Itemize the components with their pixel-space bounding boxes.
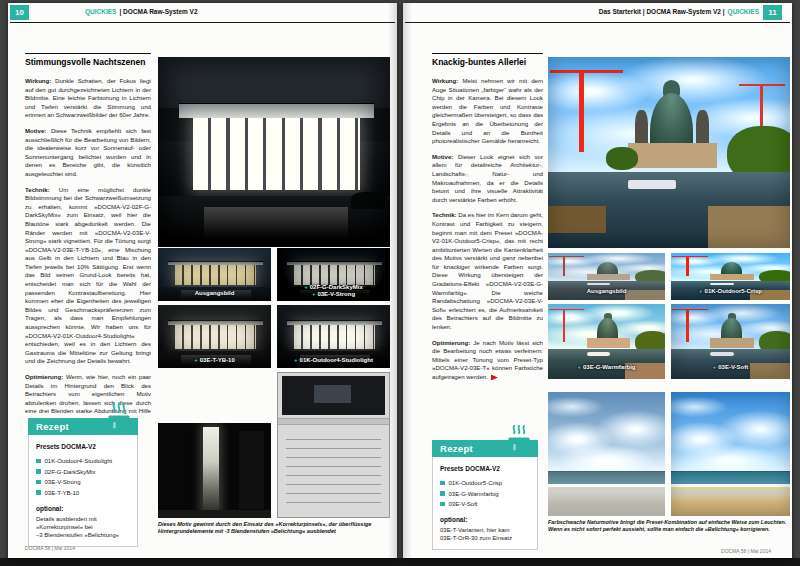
article-body: Wirkung: Meist nehmen wir mit dem Auge S…	[432, 77, 543, 433]
photo-variant-yb10: +03E-T-YB-10	[158, 305, 271, 368]
image-caption: Dieses Motiv gewinnt durch den Einsatz d…	[158, 521, 390, 536]
photo-label-text: 03E-V-Strong	[317, 291, 355, 297]
paragraph-motive: Motive: Dieser Look eignet sich vor alle…	[432, 153, 543, 205]
bullet-square-icon	[36, 490, 41, 495]
photo-label: +02F-G-DarkSkyMix	[277, 284, 390, 291]
cooking-pot-icon	[504, 425, 534, 462]
desk-shadow	[0, 558, 800, 566]
photo-variant-soft: +03E-V-Soft	[671, 304, 790, 379]
photo-label: +03E-V-Soft	[671, 364, 790, 370]
photo-label: +03E-T-YB-10	[158, 357, 271, 363]
header-title: Das Starterkit | DOCMA Raw-System V2 |	[599, 8, 725, 15]
photo-label-text: 03E-T-YB-10	[200, 357, 235, 363]
shadow-structure-layer	[239, 431, 264, 509]
paragraph-text: Da es hier im Kern darum geht, Kontrast …	[432, 211, 543, 330]
crane-jib-shape	[549, 309, 584, 310]
recipe-item: 01K-Outdoor5-Crisp	[440, 480, 530, 486]
paragraph-label: Motive:	[432, 153, 453, 160]
paragraph-label: Wirkung:	[25, 77, 51, 84]
crane-jib-shape	[672, 256, 708, 257]
bullet-square-icon	[36, 469, 41, 474]
recipe-item-list: 01K-Outdoor5-Crisp 03E-G-Warmfarbig 03E-…	[440, 480, 530, 507]
plus-icon: +	[294, 357, 298, 363]
photo-label: Ausgangsbild	[158, 290, 271, 296]
recipe-box: Rezept Presets DOCMA-V2 01K-Outdoor5-Cri…	[432, 440, 538, 550]
gutter-shadow	[403, 3, 412, 558]
page-number-badge: 10	[10, 5, 29, 20]
header-rule	[10, 22, 395, 23]
header-section-label: QUICKIES	[728, 8, 759, 15]
thumbnail-highlight	[314, 385, 352, 404]
article-headline: Stimmungsvolle Nachtszenen	[25, 53, 151, 67]
recipe-item-label: 01K-Outdoor5-Crisp	[449, 480, 503, 486]
photo-label-text: Ausgangsbild	[587, 288, 627, 294]
bullet-square-icon	[440, 502, 445, 507]
recipe-item-list: 01K-Outdoor4-Studiolight 02F-G-DarkSkyMi…	[36, 458, 130, 496]
wet-sand-reflection-layer	[548, 490, 665, 502]
plus-icon: +	[194, 357, 198, 363]
photo-variant-outdoor4: +01K-Outdoor4-Studiolight	[277, 305, 390, 368]
building-facade-layer	[587, 338, 630, 348]
plus-icon: +	[312, 291, 316, 297]
software-panel-screenshot	[277, 372, 390, 518]
photo-main-berlin-scene	[548, 57, 790, 248]
photo-beach-after	[671, 392, 790, 516]
paragraph-text: Meist nehmen wir mit dem Auge Situatione…	[432, 77, 543, 144]
photo-label: +01K-Outdoor4-Studiolight	[277, 357, 390, 363]
recipe-item-label: 01K-Outdoor4-Studiolight	[45, 458, 113, 464]
floor-layer	[158, 510, 271, 518]
boat-shape	[587, 352, 610, 355]
running-header: QUICKIES| DOCMA Raw-System V2	[85, 8, 198, 15]
paragraph-text: Dieser Look eignet sich vor allem für de…	[432, 153, 543, 203]
photo-label-text: 03E-G-Warmfarbig	[583, 364, 635, 370]
article-headline: Knackig-buntes Allerlei	[432, 53, 543, 67]
vignette-layer	[548, 57, 790, 248]
photo-label-text: 01K-Outdoor4-Studiolight	[300, 357, 373, 363]
beach-scene	[548, 392, 665, 516]
recipe-item: 03E-T-YB-10	[36, 490, 130, 496]
recipe-item-label: 03E-G-Warmfarbig	[449, 491, 499, 497]
photo-label: +03E-G-Warmfarbig	[548, 364, 665, 370]
berlin-scene	[548, 57, 790, 248]
plus-icon: +	[699, 288, 703, 294]
photo-label-text: Ausgangsbild	[195, 290, 235, 296]
photo-variant-ausgangsbild: Ausgangsbild	[158, 248, 271, 301]
crane-mast-shape	[686, 256, 688, 276]
photo-dark-detail	[158, 423, 271, 518]
article-body: Wirkung: Dunkle Schatten, der Fokus lieg…	[25, 77, 151, 417]
recipe-title: Rezept	[36, 421, 69, 432]
recipe-item: 03E-G-Warmfarbig	[440, 491, 530, 497]
photo-main-night-scene	[158, 57, 390, 247]
vignette-layer	[158, 57, 390, 247]
paragraph-label: Optimierung:	[25, 373, 63, 380]
crane-mast-shape	[563, 256, 565, 276]
lit-column-layer	[203, 427, 219, 513]
recipe-item: 03E-V-Soft	[440, 501, 530, 507]
image-caption: Farbschwache Naturmotive bringt die Pres…	[548, 519, 790, 534]
running-header: Das Starterkit | DOCMA Raw-System V2 |QU…	[599, 8, 759, 15]
recipe-optional-line: 03E-T-Varianten, hier kam	[440, 526, 530, 534]
paragraph-technik: Technik: Da es hier im Kern darum geht, …	[432, 211, 543, 331]
header-rule	[405, 22, 790, 23]
paragraph-label: Technik:	[432, 211, 457, 218]
panel-scene	[278, 373, 389, 517]
paragraph-label: Technik:	[25, 186, 50, 193]
paragraph-wirkung: Wirkung: Dunkle Schatten, der Fokus lieg…	[25, 77, 151, 120]
magazine-spread: 10 QUICKIES| DOCMA Raw-System V2 Stimmun…	[0, 0, 800, 566]
recipe-item-label: 03E-V-Strong	[45, 479, 81, 485]
paragraph-optimierung: Optimierung: Je nach Motiv lässt sich di…	[432, 339, 543, 382]
recipe-subtitle: Presets DOCMA-V2	[36, 443, 130, 450]
recipe-item: 02F-G-DarkSkyMix	[36, 469, 130, 475]
recipe-optional-line: 03E-T-OrR-30 zum Einsatz	[440, 534, 530, 542]
photo-label: +03E-V-Strong	[277, 291, 390, 298]
paragraph-text: Diese Technik empfiehlt sich fast aussch…	[25, 127, 151, 177]
recipe-item-label: 03E-V-Soft	[449, 501, 478, 507]
recipe-item-label: 03E-T-YB-10	[45, 490, 80, 496]
header-title: | DOCMA Raw-System V2	[119, 8, 197, 15]
photo-label-text: 01K-Outdoor5-Crisp	[705, 288, 762, 294]
paragraph-label: Optimierung:	[432, 339, 470, 346]
photo-label-text: 02F-G-DarkSkyMix	[310, 284, 363, 290]
page-footer: DOCMA 58 | Mai 2014	[25, 545, 75, 551]
recipe-item-label: 02F-G-DarkSkyMix	[45, 469, 96, 475]
beach-scene	[671, 392, 790, 516]
